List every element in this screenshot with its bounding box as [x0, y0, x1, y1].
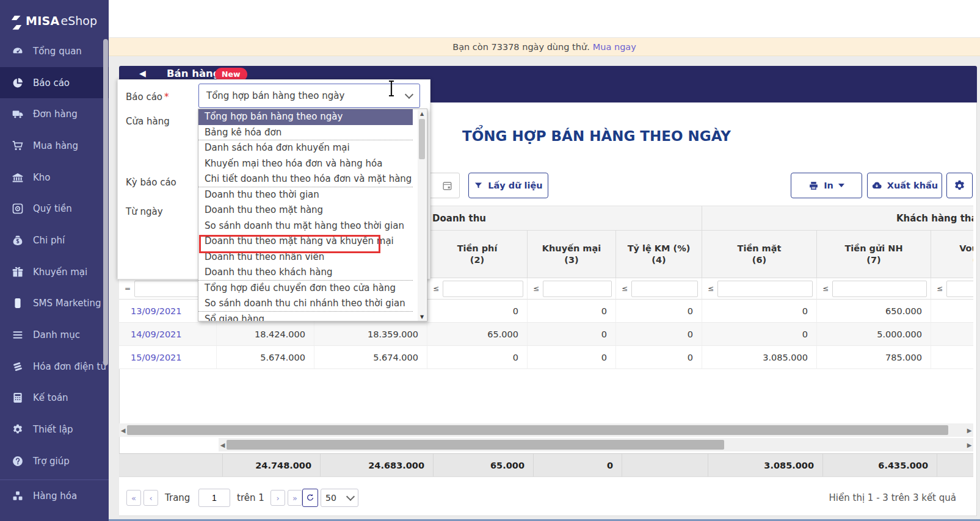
filter-input[interactable]: [717, 281, 813, 297]
refresh-button[interactable]: [302, 489, 318, 507]
report-field-label: Báo cáo*: [126, 92, 169, 102]
back-arrow-icon[interactable]: ◀: [139, 68, 146, 78]
sidebar-item-chi-phi[interactable]: Chi phí: [0, 225, 109, 256]
dropdown-option[interactable]: Tổng hợp điều chuyển đơn theo cửa hàng: [198, 281, 413, 296]
gauge-icon: [12, 45, 24, 57]
report-type-combobox[interactable]: Tổng hợp bán hàng theo ngày: [198, 84, 420, 108]
list-icon: [12, 329, 24, 341]
money-bag-icon: [12, 234, 24, 246]
next-page-button[interactable]: ›: [270, 490, 285, 506]
sidebar-item-hang-hoa[interactable]: Hàng hóa: [0, 480, 109, 512]
scroll-up-icon[interactable]: ▲: [418, 110, 426, 118]
column-header[interactable]: Tỷ lệ KM (%)(4): [616, 231, 702, 278]
dropdown-option[interactable]: Chi tiết doanh thu theo hóa đơn và mặt h…: [198, 171, 413, 187]
dropdown-option[interactable]: Doanh thu theo nhân viên: [198, 250, 413, 265]
dropdown-option[interactable]: Bảng kê hóa đơn: [198, 125, 413, 141]
print-button[interactable]: In: [791, 173, 862, 198]
sidebar-menu: Tổng quan Báo cáo Đơn hàng Mua hàng Kho …: [0, 35, 109, 477]
dropdown-scrollbar[interactable]: ▲ ▼: [418, 110, 426, 322]
layers-icon: [12, 361, 24, 373]
summary-row: 24.748.000 24.683.000 65.000 0 3.085.000…: [119, 453, 973, 476]
filter-input[interactable]: [631, 281, 698, 297]
dropdown-option[interactable]: Khuyến mại theo hóa đơn và hàng hóa: [198, 156, 413, 172]
dropdown-option[interactable]: Tổng hợp bán hàng theo ngày: [198, 109, 413, 125]
sidebar-item-tong-quan[interactable]: Tổng quan: [0, 35, 109, 67]
help-icon: [12, 455, 24, 467]
dropdown-option[interactable]: So sánh doanh thu chi nhánh theo thời gi…: [198, 296, 413, 312]
dropdown-option[interactable]: Sổ giao hàng: [198, 312, 413, 322]
gift-icon: [12, 266, 24, 278]
buy-now-link[interactable]: Mua ngay: [593, 42, 636, 52]
column-header[interactable]: Khuyến mại(3): [528, 231, 616, 278]
sidebar-item-bao-cao[interactable]: Báo cáo: [0, 67, 109, 99]
misa-eshop-logo[interactable]: MISA eShop: [0, 0, 109, 33]
horizontal-scrollbar[interactable]: ◀ ▶: [119, 423, 973, 437]
column-header[interactable]: Tiền gửi NH(7): [817, 231, 931, 278]
sidebar-item-hoa-don-dien-tu[interactable]: Hóa đơn điện tử: [0, 351, 109, 383]
bank-icon: [12, 171, 24, 184]
calendar-icon: [441, 180, 453, 192]
sidebar-item-sms-marketing[interactable]: SMS Marketing: [0, 288, 109, 320]
report-title: TỔNG HỢP BÁN HÀNG THEO NGÀY: [462, 128, 731, 144]
calculator-icon: [12, 392, 24, 404]
prev-page-button[interactable]: ‹: [143, 490, 158, 506]
first-page-button[interactable]: «: [126, 490, 141, 506]
page-size-select[interactable]: 50: [321, 489, 358, 507]
sidebar-scrollbar[interactable]: [103, 39, 108, 365]
filter-input[interactable]: [832, 281, 927, 297]
module-title: Bán hàng: [167, 68, 220, 79]
column-header[interactable]: Voucher(8): [931, 231, 973, 278]
table-row: 15/09/2021 5.674.000 5.674.000 0 0 0 3.0…: [119, 346, 973, 369]
chevron-down-icon: [405, 90, 413, 99]
results-summary: Hiển thị 1 - 3 trên 3 kết quả: [829, 492, 956, 503]
dropdown-option[interactable]: Doanh thu theo thời gian: [198, 187, 413, 203]
sidebar-item-danh-muc[interactable]: Danh mục: [0, 319, 109, 351]
dropdown-option[interactable]: Danh sách hóa đơn khuyến mại: [198, 140, 413, 156]
column-header[interactable]: Tiền phí(2): [427, 231, 528, 278]
scroll-down-icon[interactable]: ▼: [418, 313, 426, 322]
filter-input[interactable]: [443, 281, 523, 297]
sidebar-item-thiet-lap[interactable]: Thiết lập: [0, 414, 109, 445]
column-header[interactable]: Tiền mặt(6): [702, 231, 817, 278]
dropdown-option[interactable]: Doanh thu theo mặt hàng: [198, 203, 413, 218]
filter-input[interactable]: [543, 281, 612, 297]
sidebar-item-don-hang[interactable]: Đơn hàng: [0, 98, 109, 130]
scroll-right-icon[interactable]: ▶: [965, 427, 973, 434]
scroll-left-icon[interactable]: ◀: [219, 442, 227, 448]
scrollbar-thumb[interactable]: [419, 119, 425, 159]
report-type-dropdown: Tổng hợp bán hàng theo ngày Bảng kê hóa …: [198, 109, 427, 322]
date-link[interactable]: 14/09/2021: [119, 323, 217, 346]
phone-icon: [12, 297, 24, 309]
scrollbar-thumb[interactable]: [227, 440, 724, 450]
filter-icon: [474, 181, 483, 190]
pie-chart-icon: [12, 77, 24, 89]
scrollbar-thumb[interactable]: [127, 425, 948, 435]
export-button[interactable]: Xuất khẩu: [867, 173, 942, 198]
get-data-button[interactable]: Lấy dữ liệu: [468, 173, 548, 198]
last-page-button[interactable]: »: [288, 490, 302, 506]
sidebar-item-ke-toan[interactable]: Kế toán: [0, 383, 109, 414]
dropdown-option[interactable]: So sánh doanh thu mặt hàng theo thời gia…: [198, 218, 413, 234]
sidebar-item-kho[interactable]: Kho: [0, 162, 109, 193]
from-date-field-label: Từ ngày: [126, 206, 163, 217]
filter-input[interactable]: [946, 281, 973, 297]
cloud-download-icon: [871, 180, 882, 191]
safe-icon: [12, 203, 24, 215]
printer-icon: [808, 181, 819, 191]
settings-gear-button[interactable]: [946, 173, 973, 198]
scroll-left-icon[interactable]: ◀: [119, 427, 127, 434]
sidebar-item-mua-hang[interactable]: Mua hàng: [0, 130, 109, 162]
horizontal-scrollbar-summary[interactable]: ◀ ▶: [219, 438, 973, 451]
page-number-input[interactable]: [198, 489, 230, 507]
sidebar-item-quy-tien[interactable]: Quỹ tiền: [0, 193, 109, 225]
dropdown-option-highlighted[interactable]: Doanh thu theo mặt hàng và khuyến mại: [198, 234, 413, 250]
sidebar-item-tro-giup[interactable]: Trợ giúp: [0, 445, 109, 477]
date-link[interactable]: 15/09/2021: [119, 346, 217, 369]
caret-down-icon[interactable]: [838, 184, 844, 187]
scroll-right-icon[interactable]: ▶: [965, 442, 973, 448]
store-field-label: Cửa hàng: [126, 116, 170, 127]
dropdown-option[interactable]: Doanh thu theo khách hàng: [198, 265, 413, 281]
sidebar-item-khuyen-mai[interactable]: Khuyến mại: [0, 256, 109, 288]
brand-light: eShop: [61, 14, 97, 27]
group-cell-customer: Khách hàng thanh toán: [702, 206, 973, 231]
